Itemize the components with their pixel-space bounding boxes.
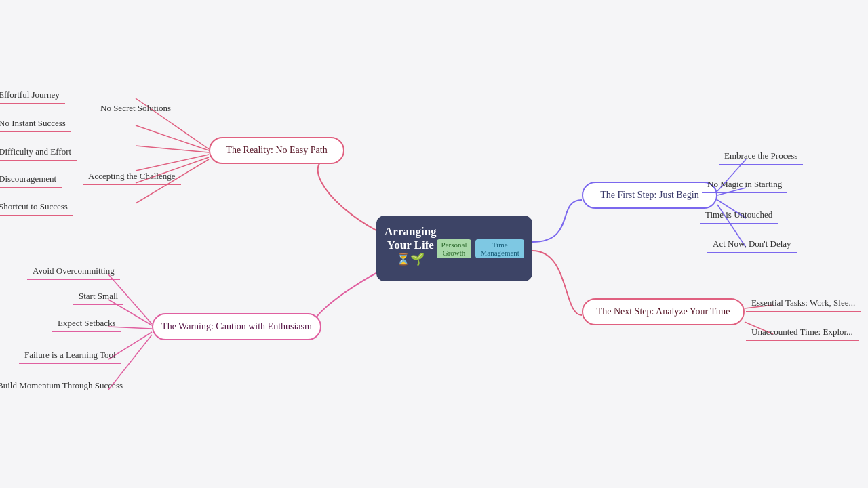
leaf-shortcut-success: Shortcut to Success	[0, 199, 73, 216]
leaf-avoid-overcommitting: Avoid Overcommitting	[27, 263, 120, 280]
tag-time-management: Time Management	[475, 239, 524, 258]
leaf-failure-learning: Failure is a Learning Tool	[19, 347, 121, 364]
tag-personal-growth: Personal Growth	[437, 239, 472, 258]
svg-line-7	[136, 125, 209, 150]
central-title: Arranging Your Life ⏳🌱	[384, 225, 437, 266]
leaf-start-small: Start Small	[73, 288, 123, 305]
reality-node[interactable]: The Reality: No Easy Path	[209, 137, 344, 164]
svg-line-8	[136, 146, 209, 152]
leaf-unaccounted-time: Unaccounted Time: Explor...	[746, 324, 859, 341]
central-node[interactable]: Arranging Your Life ⏳🌱 Personal Growth T…	[376, 216, 532, 281]
leaf-accepting-challenge: Accepting the Challenge	[83, 168, 181, 185]
leaf-act-now: Act Now, Don't Delay	[707, 236, 797, 253]
warning-node[interactable]: The Warning: Caution with Enthusiasm	[152, 313, 321, 340]
warning-label: The Warning: Caution with Enthusiasm	[161, 321, 312, 332]
leaf-no-secret-solutions: No Secret Solutions	[95, 100, 176, 117]
leaf-discouragement: Discouragement	[0, 171, 62, 188]
next-step-label: The Next Step: Analyze Your Time	[597, 306, 730, 317]
leaf-time-untouched: Time is Untouched	[700, 207, 778, 224]
leaf-no-magic: No Magic in Starting	[702, 176, 787, 193]
leaf-effortful-journey: Effortful Journey	[0, 87, 65, 104]
leaf-difficulty-effort: Difficulty and Effort	[0, 144, 77, 161]
leaf-embrace-process: Embrace the Process	[719, 148, 803, 165]
first-step-node[interactable]: The First Step: Just Begin	[582, 182, 717, 209]
first-step-label: The First Step: Just Begin	[600, 190, 698, 201]
leaf-essential-tasks: Essential Tasks: Work, Slee...	[746, 295, 861, 312]
leaf-build-momentum: Build Momentum Through Success	[0, 378, 128, 394]
next-step-node[interactable]: The Next Step: Analyze Your Time	[582, 298, 745, 325]
leaf-expect-setbacks: Expect Setbacks	[52, 315, 121, 332]
leaf-no-instant-success: No Instant Success	[0, 115, 71, 132]
reality-label: The Reality: No Easy Path	[226, 145, 327, 156]
